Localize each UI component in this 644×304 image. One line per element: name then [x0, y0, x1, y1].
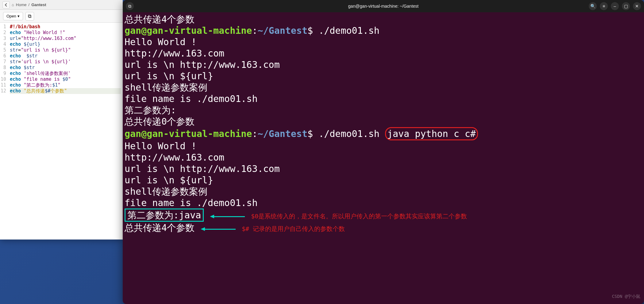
open-label: Open	[6, 14, 16, 18]
breadcrumb-folder[interactable]: Gantest	[31, 2, 46, 7]
minimize-icon: –	[614, 4, 616, 9]
terminal-output: 总共传递4个参数	[125, 14, 642, 25]
window-close-button[interactable]: ✕	[633, 2, 641, 10]
terminal-new-tab-button[interactable]: ⧉	[126, 2, 134, 10]
terminal-header: ⧉ gan@gan-virtual-machine: ~/Gantest 🔍 ≡…	[123, 0, 644, 12]
new-tab-icon: ⧉	[28, 14, 31, 19]
terminal-output: Hello World !	[125, 140, 642, 152]
window-maximize-button[interactable]: ▢	[622, 2, 630, 10]
terminal-search-button[interactable]: 🔍	[589, 2, 597, 10]
annotation-note: $0是系统传入的，是文件名。所以用户传入的第一个参数其实应该算第二个参数	[251, 212, 467, 220]
menu-icon: ≡	[603, 4, 605, 9]
terminal-output: 第二参数为:	[125, 104, 642, 116]
maximize-icon: ▢	[624, 4, 628, 9]
terminal-output: url is \n http://www.163.com	[125, 59, 642, 70]
terminal-output: 总共传递4个参数$# 记录的是用户自己传入的参数个数	[125, 222, 642, 235]
search-icon: 🔍	[590, 4, 596, 9]
terminal-output: url is \n ${url}	[125, 174, 642, 186]
open-button[interactable]: Open ▾	[3, 12, 23, 20]
terminal-output: 第二参数为:java$0是系统传入的，是文件名。所以用户传入的第一个参数其实应该…	[125, 209, 642, 222]
watermark: CSDN @宁小鼠	[612, 291, 640, 302]
editor-window: ⌂ Home / Gantest Open ▾ ⧉ 12 34 56 78 91…	[0, 0, 123, 240]
terminal-output: 总共传递0个参数	[125, 116, 642, 127]
terminal-output: shell传递参数案例	[125, 82, 642, 93]
terminal-output: shell传递参数案例	[125, 186, 642, 197]
window-minimize-button[interactable]: –	[611, 2, 619, 10]
home-icon: ⌂	[12, 2, 14, 7]
editor-toolbar: Open ▾ ⧉	[0, 10, 123, 23]
chevron-down-icon: ▾	[17, 14, 20, 18]
terminal-output: file name is ./demo01.sh	[125, 197, 642, 209]
annotation-arrow	[210, 215, 245, 218]
editor-body[interactable]: 12 34 56 78 910 1112 #!/bin/bash echo "H…	[0, 23, 123, 240]
terminal-output: file name is ./demo01.sh	[125, 93, 642, 104]
terminal-output: url is \n http://www.163.com	[125, 163, 642, 174]
code-area[interactable]: #!/bin/bash echo "Hello World !" url="ht…	[8, 23, 123, 240]
close-icon: ✕	[635, 4, 639, 9]
terminal-command: ./demo01.sh	[318, 128, 385, 139]
line-number-gutter: 12 34 56 78 910 1112	[0, 23, 8, 240]
new-tab-icon: ⧉	[128, 4, 131, 9]
annotation-cyan-box: 第二参数为:java	[125, 209, 204, 222]
code-shebang: #!/bin/bash	[10, 24, 40, 29]
annotation-arrow	[201, 227, 236, 231]
terminal-title: gan@gan-virtual-machine: ~/Gantest	[348, 4, 418, 9]
annotation-note: $# 记录的是用户自己传入的参数个数	[242, 225, 345, 232]
annotation-red-box: java python c c#	[385, 127, 478, 140]
terminal-window: ⧉ gan@gan-virtual-machine: ~/Gantest 🔍 ≡…	[123, 0, 644, 304]
breadcrumb-home[interactable]: Home	[16, 2, 27, 7]
terminal-prompt-line: gan@gan-virtual-machine:~/Gantest$ ./dem…	[125, 127, 642, 140]
new-tab-button[interactable]: ⧉	[25, 12, 34, 21]
breadcrumb: ⌂ Home / Gantest	[12, 2, 46, 7]
terminal-menu-button[interactable]: ≡	[600, 2, 608, 10]
terminal-output: Hello World !	[125, 36, 642, 48]
terminal-body[interactable]: 总共传递4个参数 gan@gan-virtual-machine:~/Gante…	[123, 12, 644, 304]
editor-back-button[interactable]	[2, 1, 10, 9]
editor-header: ⌂ Home / Gantest	[0, 0, 123, 10]
terminal-output: http://www.163.com	[125, 152, 642, 163]
terminal-output: http://www.163.com	[125, 48, 642, 59]
breadcrumb-separator: /	[29, 2, 30, 7]
terminal-output: url is \n ${url}	[125, 70, 642, 82]
terminal-command: ./demo01.sh	[318, 25, 380, 36]
terminal-prompt-line: gan@gan-virtual-machine:~/Gantest$ ./dem…	[125, 25, 642, 36]
